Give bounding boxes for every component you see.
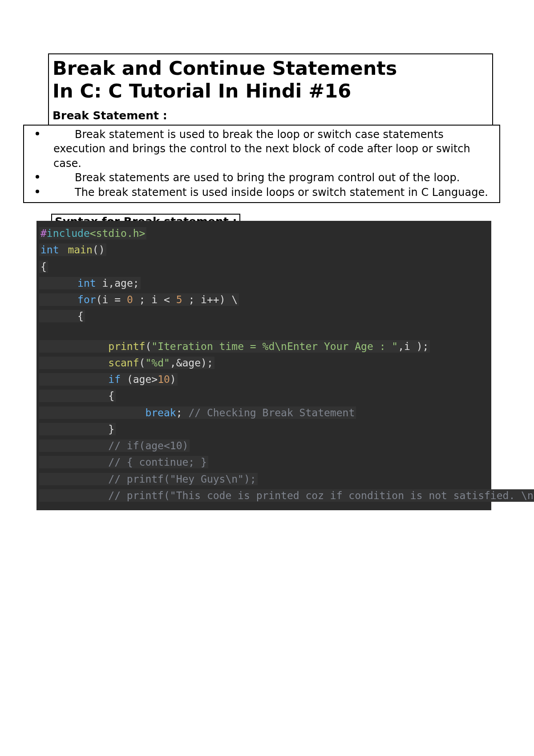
code-token: (i =: [96, 294, 127, 305]
code-token: 10: [158, 374, 170, 385]
code-token: int: [40, 244, 59, 256]
bullet-text: Break statements are used to bring the p…: [75, 171, 460, 184]
code-token: [40, 407, 145, 419]
page: Break and Continue Statements In C: C Tu…: [0, 0, 534, 756]
code-token: if: [108, 374, 121, 385]
bullet-text: The break statement is used inside loops…: [75, 186, 488, 199]
code-token: #: [40, 228, 47, 239]
code-token: [40, 390, 108, 402]
code-token: {: [40, 261, 47, 272]
bullet-list: Break statement is used to break the loo…: [28, 127, 495, 199]
code-token: "Iteration time = %d\nEnter Your Age : ": [151, 341, 398, 352]
code-token: ,&age);: [170, 357, 213, 369]
code-token: [40, 374, 108, 385]
bullet-icon: [36, 175, 39, 179]
code-token: break: [145, 407, 176, 419]
code-token: main: [68, 244, 92, 256]
bullet-text: Break statement is used to break the loo…: [53, 128, 470, 170]
code-token: [40, 473, 108, 485]
bullet-icon: [36, 132, 39, 135]
code-token: [40, 423, 108, 435]
code-token: ; i <: [133, 294, 176, 305]
bullets-box: Break statement is used to break the loo…: [23, 125, 500, 203]
list-item: The break statement is used inside loops…: [28, 185, 495, 199]
code-token: }: [108, 423, 114, 435]
code-token: (: [139, 357, 146, 369]
code-token: [62, 244, 68, 256]
code-token: include: [47, 228, 90, 239]
code-token: (age>: [121, 374, 158, 385]
code-token: [40, 310, 77, 322]
code-token: (: [145, 341, 151, 352]
title-line-2: In C: C Tutorial In Hindi #16: [53, 80, 351, 102]
code-token: 0: [127, 294, 133, 305]
list-item: Break statements are used to bring the p…: [28, 171, 495, 185]
code-block: #include<stdio.h> int main() { int i,age…: [36, 221, 491, 510]
code-token: [40, 490, 108, 501]
code-token: ;: [176, 407, 182, 419]
code-token: "%d": [145, 357, 170, 369]
code-token: <stdio.h>: [90, 228, 146, 239]
code-token: [40, 341, 108, 352]
code-token: printf: [108, 341, 145, 352]
code-token: {: [108, 390, 114, 402]
code-token: 5: [176, 294, 182, 305]
code-token: [182, 407, 189, 419]
code-token: (): [93, 244, 105, 256]
code-token: {: [77, 310, 84, 322]
code-token: scanf: [108, 357, 139, 369]
header-box: Break and Continue Statements In C: C Tu…: [48, 53, 493, 126]
code-token: [40, 277, 77, 289]
code-token: for: [77, 294, 96, 305]
page-title: Break and Continue Statements In C: C Tu…: [49, 54, 492, 102]
code-token: ): [170, 374, 176, 385]
code-token: // Checking Break Statement: [188, 407, 355, 419]
bullet-icon: [36, 190, 39, 193]
list-item: Break statement is used to break the loo…: [28, 127, 495, 171]
code-token: ,i );: [398, 341, 429, 352]
title-line-1: Break and Continue Statements: [53, 57, 397, 79]
code-token: [40, 294, 77, 305]
code-token: int: [77, 277, 96, 289]
code-token: // if(age<10): [108, 440, 188, 451]
code-token: ; i++) \: [182, 294, 238, 305]
code-token: i,age;: [96, 277, 139, 289]
code-token: // printf("Hey Guys\n");: [108, 473, 256, 485]
code-token: [40, 456, 108, 468]
code-token: [40, 440, 108, 451]
section-subhead: Break Statement :: [49, 102, 492, 125]
code-token: // printf("This code is printed coz if c…: [108, 490, 534, 501]
code-token: [40, 357, 108, 369]
code-token: // { continue; }: [108, 456, 207, 468]
